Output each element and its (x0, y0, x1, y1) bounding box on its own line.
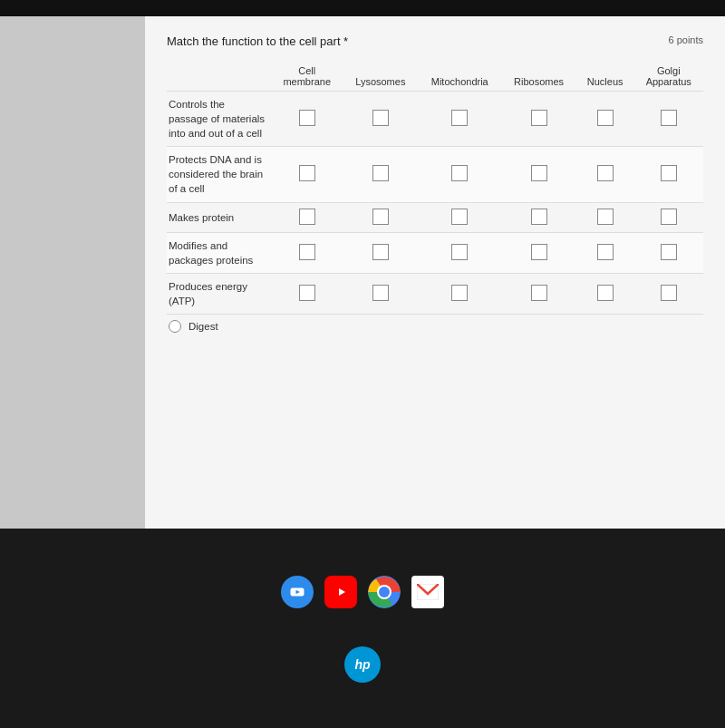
browser-area: Match the function to the cell part * 6 … (0, 16, 725, 529)
screen: Match the function to the cell part * 6 … (0, 0, 725, 728)
checkbox-cell-protects-4 (501, 147, 575, 202)
checkbox-cell-modifies-3 (418, 232, 501, 273)
col-header-mitochondria: Mitochondria (418, 62, 501, 92)
checkbox-cell-protects-5 (576, 147, 634, 202)
checkbox-makes-ribosomes[interactable] (531, 209, 547, 225)
checkbox-cell-controls-1 (271, 92, 343, 147)
row-label-protects: Protects DNA and is considered the brain… (167, 147, 271, 202)
checkbox-cell-modifies-1 (271, 232, 343, 273)
checkbox-modifies-lysosomes[interactable] (372, 244, 389, 260)
checkbox-produces-lysosomes[interactable] (372, 285, 389, 301)
match-table: Cell membrane Lysosomes Mitochondria Rib… (167, 62, 703, 314)
checkbox-cell-makes-1 (271, 202, 343, 232)
row-label-produces: Produces energy (ATP) (167, 273, 271, 314)
checkbox-cell-protects-1 (271, 147, 343, 202)
digest-radio[interactable] (169, 320, 181, 333)
taskbar (0, 565, 725, 619)
checkbox-protects-lysosomes[interactable] (372, 165, 389, 181)
checkbox-protects-golgi[interactable] (661, 165, 677, 181)
hp-logo-area: hp (0, 646, 725, 683)
checkbox-cell-makes-4 (501, 202, 575, 232)
checkbox-modifies-nucleus[interactable] (597, 244, 614, 260)
col-header-empty (167, 62, 271, 92)
table-row: Modifies and packages proteins (167, 232, 703, 273)
row-label-modifies: Modifies and packages proteins (167, 232, 271, 273)
checkbox-modifies-golgi[interactable] (661, 244, 677, 260)
col-header-ribosomes: Ribosomes (501, 62, 575, 92)
svg-point-5 (379, 587, 390, 597)
row-label-controls: Controls the passage of materials into a… (167, 92, 271, 147)
checkbox-protects-membrane[interactable] (299, 165, 315, 181)
checkbox-produces-nucleus[interactable] (597, 285, 614, 301)
checkbox-cell-controls-6 (633, 92, 703, 147)
checkbox-modifies-ribosomes[interactable] (531, 244, 547, 260)
checkbox-cell-controls-3 (418, 92, 501, 147)
checkbox-cell-produces-6 (633, 273, 703, 314)
table-row: Controls the passage of materials into a… (167, 92, 703, 147)
checkbox-controls-lysosomes[interactable] (372, 110, 389, 126)
checkbox-controls-ribosomes[interactable] (531, 110, 547, 126)
checkbox-protects-nucleus[interactable] (597, 165, 614, 181)
question-title: Match the function to the cell part * (167, 34, 348, 48)
checkbox-cell-makes-2 (343, 202, 418, 232)
checkbox-produces-mitochondria[interactable] (451, 285, 468, 301)
digest-row: Digest (167, 314, 703, 338)
checkbox-controls-nucleus[interactable] (597, 110, 614, 126)
table-row: Protects DNA and is considered the brain… (167, 147, 703, 202)
points-label: 6 points (668, 34, 703, 45)
hp-logo: hp (344, 646, 381, 683)
checkbox-cell-controls-5 (576, 92, 634, 147)
bezel-bottom: hp (0, 529, 725, 728)
svg-marker-2 (339, 588, 345, 596)
checkbox-cell-produces-1 (271, 273, 343, 314)
bezel-top (0, 0, 725, 16)
checkbox-produces-membrane[interactable] (299, 285, 315, 301)
checkbox-cell-modifies-2 (343, 232, 418, 273)
checkbox-makes-golgi[interactable] (661, 209, 677, 225)
col-header-golgi: Golgi Apparatus (633, 62, 703, 92)
checkbox-modifies-membrane[interactable] (299, 244, 315, 260)
checkbox-cell-makes-5 (576, 202, 634, 232)
checkbox-cell-produces-4 (501, 273, 575, 314)
checkbox-cell-controls-4 (501, 92, 575, 147)
col-header-nucleus: Nucleus (576, 62, 634, 92)
checkbox-makes-nucleus[interactable] (597, 209, 614, 225)
table-row: Produces energy (ATP) (167, 273, 703, 314)
checkbox-produces-ribosomes[interactable] (531, 285, 547, 301)
row-label-makes: Makes protein (167, 202, 271, 232)
checkbox-cell-controls-2 (343, 92, 418, 147)
checkbox-controls-golgi[interactable] (661, 110, 677, 126)
checkbox-controls-membrane[interactable] (299, 110, 315, 126)
zoom-icon[interactable] (281, 576, 314, 608)
checkbox-cell-produces-3 (418, 273, 501, 314)
checkbox-cell-protects-6 (633, 147, 703, 202)
main-content: Match the function to the cell part * 6 … (145, 16, 725, 529)
chrome-icon[interactable] (368, 576, 401, 608)
checkbox-makes-membrane[interactable] (299, 209, 315, 225)
col-header-lysosomes: Lysosomes (343, 62, 418, 92)
checkbox-cell-modifies-5 (576, 232, 634, 273)
checkbox-protects-ribosomes[interactable] (531, 165, 547, 181)
digest-label: Digest (188, 321, 218, 332)
checkbox-modifies-mitochondria[interactable] (451, 244, 468, 260)
left-sidebar (0, 16, 145, 529)
checkbox-makes-mitochondria[interactable] (451, 209, 468, 225)
checkbox-protects-mitochondria[interactable] (451, 165, 468, 181)
col-header-cell-membrane: Cell membrane (271, 62, 343, 92)
checkbox-cell-produces-5 (576, 273, 634, 314)
checkbox-cell-modifies-4 (501, 232, 575, 273)
checkbox-cell-protects-3 (418, 147, 501, 202)
checkbox-cell-protects-2 (343, 147, 418, 202)
checkbox-controls-mitochondria[interactable] (451, 110, 468, 126)
checkbox-cell-produces-2 (343, 273, 418, 314)
checkbox-makes-lysosomes[interactable] (372, 209, 389, 225)
checkbox-cell-makes-3 (418, 202, 501, 232)
youtube-icon[interactable] (324, 576, 357, 608)
gmail-icon[interactable] (411, 576, 444, 608)
checkbox-cell-modifies-6 (633, 232, 703, 273)
table-row: Makes protein (167, 202, 703, 232)
checkbox-cell-makes-6 (633, 202, 703, 232)
checkbox-produces-golgi[interactable] (661, 285, 677, 301)
